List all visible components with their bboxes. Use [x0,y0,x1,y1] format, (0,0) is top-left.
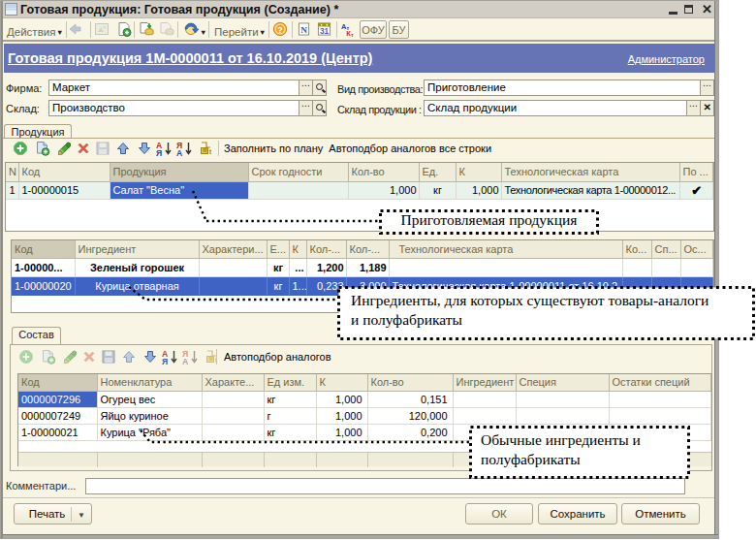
svg-text:31: 31 [320,27,330,36]
svg-text:N: N [300,25,307,35]
svg-text:?: ? [277,25,282,35]
svg-text:Кт: Кт [346,29,354,37]
